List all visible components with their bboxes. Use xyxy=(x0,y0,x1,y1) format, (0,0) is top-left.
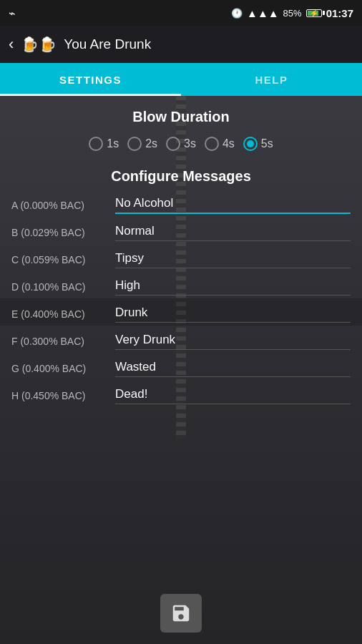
blow-duration-title: Blow Duration xyxy=(0,96,362,132)
back-button[interactable]: ‹ xyxy=(9,35,14,54)
radio-label-2s: 2s xyxy=(145,137,157,150)
msg-label-h: H (0.450% BAC) xyxy=(11,390,115,404)
configure-messages-title: Configure Messages xyxy=(0,161,362,189)
msg-input-wrap-d xyxy=(115,278,351,296)
msg-input-wrap-e xyxy=(115,306,351,323)
signal-icon: ▲▲▲ xyxy=(247,7,279,19)
msg-row-h: H (0.450% BAC) xyxy=(0,380,362,407)
battery-percent: 85% xyxy=(283,8,302,19)
app-title: You Are Drunk xyxy=(64,36,151,52)
radio-circle-3s xyxy=(166,137,180,151)
msg-input-b[interactable] xyxy=(115,224,351,238)
msg-input-wrap-a xyxy=(115,196,351,214)
radio-circle-4s xyxy=(205,137,219,151)
msg-input-wrap-b xyxy=(115,224,351,241)
msg-input-wrap-h xyxy=(115,387,351,404)
msg-label-f: F (0.300% BAC) xyxy=(11,336,115,350)
radio-label-1s: 1s xyxy=(107,137,119,150)
msg-input-f[interactable] xyxy=(115,333,351,347)
msg-row-g: G (0.400% BAC) xyxy=(0,353,362,380)
radio-label-3s: 3s xyxy=(184,137,196,150)
msg-input-d[interactable] xyxy=(115,278,351,293)
msg-label-d: D (0.100% BAC) xyxy=(11,281,115,296)
tab-help[interactable]: HELP xyxy=(181,63,362,96)
radio-label-4s: 4s xyxy=(222,137,235,150)
radio-circle-2s xyxy=(127,137,142,151)
msg-row-d: D (0.100% BAC) xyxy=(0,271,362,298)
tab-bar: SETTINGS HELP xyxy=(0,63,362,96)
radio-label-5s: 5s xyxy=(261,137,273,150)
radio-circle-1s xyxy=(89,137,103,151)
app-icon: 🍺🍺 xyxy=(21,36,57,53)
msg-input-wrap-c xyxy=(115,251,351,268)
msg-label-c: C (0.059% BAC) xyxy=(11,254,115,268)
msg-input-c[interactable] xyxy=(115,251,351,265)
msg-row-b: B (0.029% BAC) xyxy=(0,217,362,244)
msg-label-b: B (0.029% BAC) xyxy=(11,227,115,241)
radio-circle-5s xyxy=(243,137,258,151)
msg-input-g[interactable] xyxy=(115,360,351,374)
radio-5s[interactable]: 5s xyxy=(243,137,273,151)
clock: 01:37 xyxy=(326,7,353,19)
alarm-icon: 🕐 xyxy=(231,8,243,19)
msg-input-wrap-f xyxy=(115,333,351,350)
msg-label-g: G (0.400% BAC) xyxy=(11,363,115,377)
radio-4s[interactable]: 4s xyxy=(205,137,235,151)
msg-label-e: E (0.400% BAC) xyxy=(11,308,115,323)
msg-row-e: E (0.400% BAC) xyxy=(0,298,362,326)
usb-icon: ⌁ xyxy=(9,6,16,20)
radio-1s[interactable]: 1s xyxy=(89,137,119,151)
msg-row-a: A (0.000% BAC) xyxy=(0,189,362,217)
msg-input-a[interactable] xyxy=(115,196,351,210)
radio-3s[interactable]: 3s xyxy=(166,137,196,151)
msg-label-a: A (0.000% BAC) xyxy=(11,200,115,214)
status-bar: ⌁ 🕐 ▲▲▲ 85% ⚡ 01:37 xyxy=(0,0,362,26)
save-button[interactable] xyxy=(160,594,202,633)
save-icon xyxy=(170,602,192,624)
msg-input-h[interactable] xyxy=(115,387,351,401)
main-content: Blow Duration 1s 2s 3s 4s xyxy=(0,96,362,644)
msg-input-e[interactable] xyxy=(115,306,351,320)
radio-2s[interactable]: 2s xyxy=(127,137,157,151)
battery-indicator: ⚡ xyxy=(306,9,322,17)
blow-duration-options: 1s 2s 3s 4s 5s xyxy=(0,132,362,161)
save-area xyxy=(160,594,202,633)
msg-row-f: F (0.300% BAC) xyxy=(0,326,362,353)
msg-row-c: C (0.059% BAC) xyxy=(0,244,362,271)
tab-settings[interactable]: SETTINGS xyxy=(0,63,181,96)
msg-input-wrap-g xyxy=(115,360,351,377)
app-bar: ‹ 🍺🍺 You Are Drunk xyxy=(0,26,362,63)
